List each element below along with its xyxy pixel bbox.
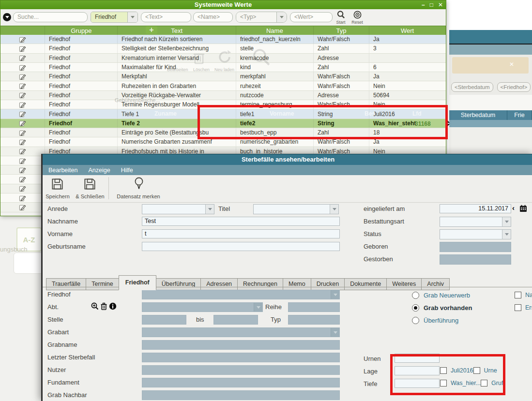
menu-item[interactable]: Anzeige [88, 167, 110, 174]
bestattungsart-dropdown[interactable] [440, 217, 511, 227]
tab[interactable]: Dokumente [344, 278, 387, 290]
chevron-down-icon[interactable] [276, 12, 287, 22]
checkbox-icon[interactable] [515, 292, 521, 298]
table-row[interactable]: Friedhof Krematorium interner Versand kr… [0, 54, 446, 63]
edit-row-button[interactable] [0, 184, 45, 193]
menu-item[interactable]: Bearbeiten [48, 167, 77, 174]
chevron-down-icon[interactable] [127, 12, 137, 22]
save-button[interactable] [51, 178, 64, 193]
tab[interactable]: Friedhof [119, 275, 156, 290]
search-input[interactable]: Suche... [13, 12, 88, 22]
checkbox-row[interactable]: Urne [473, 366, 497, 375]
vorname-input[interactable]: t [142, 229, 340, 238]
filter-chip[interactable]: <Sterbedatum [451, 82, 493, 92]
column-gruppe[interactable]: Gruppe [45, 26, 118, 35]
zoom-plus-icon[interactable] [91, 302, 99, 310]
checkbox-icon[interactable] [473, 367, 480, 374]
table-row[interactable]: Friedhof Friedhof nach Kürzeln sortieren… [0, 35, 446, 44]
chevron-down-icon[interactable] [330, 205, 338, 214]
table-row[interactable]: Friedhof Tiefe 1 tiefe1 String Juli2016 [0, 109, 446, 119]
window-titlebar[interactable]: Systemweite Werte – □ ✕ [0, 0, 446, 9]
flag-checkbox-row[interactable]: Na [515, 289, 532, 301]
tab[interactable]: Rechnungen [237, 278, 283, 290]
close-button[interactable]: ✕ [438, 0, 443, 9]
maximize-button[interactable]: □ [430, 0, 433, 9]
minimize-button[interactable]: – [422, 0, 425, 9]
table-row[interactable]: Friedhof Vorzeitige Rückgabe-Verwalter n… [0, 91, 446, 100]
checkbox-row[interactable]: Juli2016 [440, 366, 473, 375]
table-row[interactable]: Friedhof Numerische Grabarten zusammenf … [0, 137, 446, 147]
nachname-input[interactable]: Test [142, 217, 340, 226]
table-row[interactable]: Friedhof Maximalalter für Kind kind Zahl… [0, 63, 446, 72]
geburtsname-input[interactable] [142, 242, 340, 251]
table-row[interactable]: Friedhof Termine Regensburger Modell ter… [0, 100, 446, 109]
chevron-down-icon[interactable] [502, 217, 511, 226]
chevron-down-icon[interactable] [502, 230, 511, 239]
table-row[interactable]: Friedhof Ruhezeiten in den Grabarten ruh… [0, 81, 446, 90]
chevron-down-icon[interactable] [205, 205, 214, 214]
calendar-icon[interactable] [519, 205, 527, 212]
tab[interactable]: Drucken [311, 278, 345, 290]
edit-row-button[interactable] [0, 137, 45, 146]
checkbox-icon[interactable] [440, 380, 447, 386]
urnen-input[interactable] [395, 354, 440, 363]
tab[interactable]: Überführung [156, 278, 201, 290]
radio-icon[interactable] [412, 304, 419, 312]
edit-row-button[interactable] [0, 119, 45, 128]
table-row[interactable]: Friedhof Merkpfahl merkpfahl Wahr/Falsch… [0, 72, 446, 81]
reset-button[interactable]: Reset [349, 10, 365, 25]
edit-row-button[interactable] [0, 156, 45, 165]
checkbox-icon[interactable] [481, 380, 487, 386]
save-button-label[interactable]: Speichern [43, 193, 73, 199]
collapse-icon[interactable] [3, 13, 11, 21]
status-dropdown[interactable] [440, 229, 511, 239]
column-name[interactable]: Name [236, 26, 314, 35]
edit-row-button[interactable] [0, 193, 45, 202]
edit-row-button[interactable] [0, 100, 45, 109]
checkbox-icon[interactable] [515, 304, 521, 311]
radio-icon[interactable] [412, 317, 419, 324]
edit-row-button[interactable] [0, 63, 45, 72]
start-search-button[interactable]: Start [333, 10, 349, 25]
edit-row-button[interactable] [0, 72, 45, 81]
checkbox-row[interactable]: Was_hier... [440, 378, 481, 388]
edit-row-button[interactable] [0, 44, 45, 53]
column-wert[interactable]: Wert [369, 26, 446, 35]
edit-row-button[interactable] [0, 109, 45, 118]
radio-option[interactable]: Grab vorhanden [412, 301, 472, 314]
edit-row-button[interactable] [0, 54, 45, 62]
save-close-button-label[interactable]: & Schließen [73, 193, 107, 199]
edit-row-button[interactable] [0, 165, 45, 174]
edit-row-button[interactable] [0, 175, 45, 183]
titel-dropdown[interactable] [253, 204, 339, 214]
close-icon[interactable]: ✕ [509, 61, 514, 68]
column-sterbedatum[interactable]: Sterbedatum [449, 110, 507, 120]
radio-icon[interactable] [412, 292, 419, 299]
text-filter-input[interactable]: <Text> [141, 12, 191, 22]
column-friedhof[interactable]: Frie [507, 110, 532, 120]
checkbox-icon[interactable] [440, 367, 447, 374]
edit-row-button[interactable] [0, 203, 45, 211]
tab[interactable]: Adressen [200, 278, 238, 290]
table-row[interactable]: Friedhof Einträge pro Seite (Bestattungs… [0, 128, 446, 137]
group-filter-dropdown[interactable]: Friedhof [91, 12, 138, 23]
edit-row-button[interactable] [0, 91, 45, 100]
radio-option[interactable]: Überführung [412, 314, 472, 327]
background-selected-row[interactable] [449, 120, 532, 127]
typ-filter-dropdown[interactable]: <Typ> [236, 12, 287, 23]
menu-item[interactable]: Hilfe [121, 167, 133, 174]
save-close-button[interactable] [83, 178, 96, 193]
lage-input[interactable] [395, 366, 440, 375]
flag-checkbox-row[interactable]: Ers [515, 301, 532, 314]
info-icon[interactable] [109, 302, 117, 310]
column-text[interactable]: Text [118, 26, 236, 35]
eingeliefert-date-input[interactable]: 15.11.2017 [440, 204, 511, 213]
checkbox-row[interactable]: Gruft [481, 378, 505, 388]
tab[interactable]: Memo [283, 278, 311, 290]
edit-row-button[interactable] [0, 35, 45, 44]
filter-chip[interactable]: <Friedhof> [497, 82, 531, 92]
tab[interactable]: Termine [86, 278, 119, 290]
name-filter-input[interactable]: <Name> [193, 12, 233, 22]
window-titlebar[interactable]: Sterbefälle ansehen/bearbeiten [43, 154, 532, 165]
remember-record-button[interactable] [133, 177, 145, 193]
